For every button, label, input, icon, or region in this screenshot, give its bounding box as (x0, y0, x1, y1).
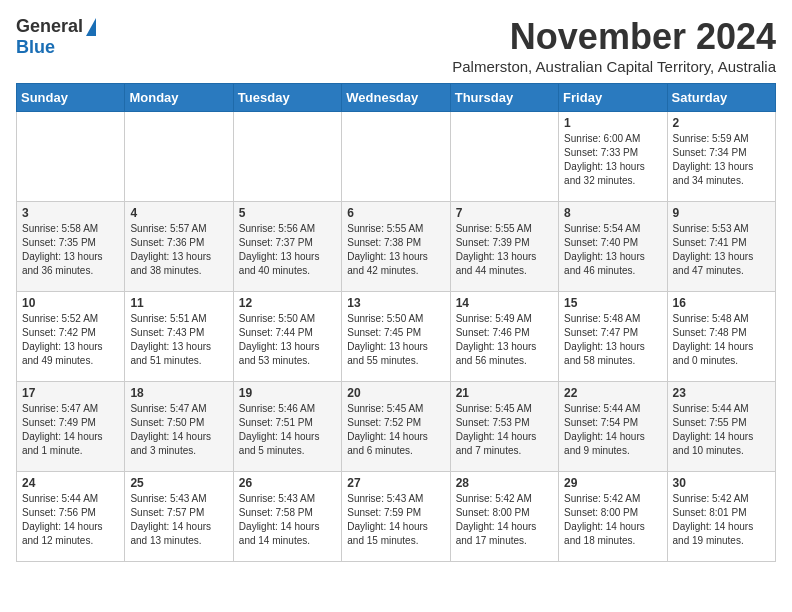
calendar-cell: 4Sunrise: 5:57 AM Sunset: 7:36 PM Daylig… (125, 202, 233, 292)
day-info: Sunrise: 5:42 AM Sunset: 8:00 PM Dayligh… (564, 492, 661, 548)
day-number: 27 (347, 476, 444, 490)
day-number: 16 (673, 296, 770, 310)
calendar-cell: 29Sunrise: 5:42 AM Sunset: 8:00 PM Dayli… (559, 472, 667, 562)
calendar-cell: 26Sunrise: 5:43 AM Sunset: 7:58 PM Dayli… (233, 472, 341, 562)
calendar-cell: 18Sunrise: 5:47 AM Sunset: 7:50 PM Dayli… (125, 382, 233, 472)
day-number: 12 (239, 296, 336, 310)
day-number: 20 (347, 386, 444, 400)
calendar-cell: 23Sunrise: 5:44 AM Sunset: 7:55 PM Dayli… (667, 382, 775, 472)
day-info: Sunrise: 5:43 AM Sunset: 7:58 PM Dayligh… (239, 492, 336, 548)
day-info: Sunrise: 5:44 AM Sunset: 7:54 PM Dayligh… (564, 402, 661, 458)
weekday-header-friday: Friday (559, 84, 667, 112)
day-number: 15 (564, 296, 661, 310)
day-number: 9 (673, 206, 770, 220)
weekday-header-monday: Monday (125, 84, 233, 112)
calendar-cell: 19Sunrise: 5:46 AM Sunset: 7:51 PM Dayli… (233, 382, 341, 472)
day-number: 30 (673, 476, 770, 490)
day-number: 21 (456, 386, 553, 400)
calendar-cell: 5Sunrise: 5:56 AM Sunset: 7:37 PM Daylig… (233, 202, 341, 292)
weekday-header-wednesday: Wednesday (342, 84, 450, 112)
calendar-cell (125, 112, 233, 202)
calendar-cell: 16Sunrise: 5:48 AM Sunset: 7:48 PM Dayli… (667, 292, 775, 382)
calendar-cell: 10Sunrise: 5:52 AM Sunset: 7:42 PM Dayli… (17, 292, 125, 382)
calendar-cell: 24Sunrise: 5:44 AM Sunset: 7:56 PM Dayli… (17, 472, 125, 562)
day-info: Sunrise: 5:43 AM Sunset: 7:57 PM Dayligh… (130, 492, 227, 548)
logo-blue-text: Blue (16, 37, 55, 58)
calendar-cell: 28Sunrise: 5:42 AM Sunset: 8:00 PM Dayli… (450, 472, 558, 562)
day-info: Sunrise: 5:45 AM Sunset: 7:53 PM Dayligh… (456, 402, 553, 458)
day-number: 7 (456, 206, 553, 220)
weekday-header-tuesday: Tuesday (233, 84, 341, 112)
day-number: 10 (22, 296, 119, 310)
page-header: General Blue November 2024 Palmerston, A… (16, 16, 776, 75)
day-number: 13 (347, 296, 444, 310)
day-info: Sunrise: 5:46 AM Sunset: 7:51 PM Dayligh… (239, 402, 336, 458)
weekday-header-row: SundayMondayTuesdayWednesdayThursdayFrid… (17, 84, 776, 112)
calendar-cell: 25Sunrise: 5:43 AM Sunset: 7:57 PM Dayli… (125, 472, 233, 562)
calendar-cell: 1Sunrise: 6:00 AM Sunset: 7:33 PM Daylig… (559, 112, 667, 202)
day-number: 11 (130, 296, 227, 310)
calendar-cell: 30Sunrise: 5:42 AM Sunset: 8:01 PM Dayli… (667, 472, 775, 562)
weekday-header-saturday: Saturday (667, 84, 775, 112)
day-number: 23 (673, 386, 770, 400)
day-number: 8 (564, 206, 661, 220)
day-info: Sunrise: 5:45 AM Sunset: 7:52 PM Dayligh… (347, 402, 444, 458)
day-info: Sunrise: 5:42 AM Sunset: 8:01 PM Dayligh… (673, 492, 770, 548)
day-number: 26 (239, 476, 336, 490)
day-number: 14 (456, 296, 553, 310)
calendar-cell: 3Sunrise: 5:58 AM Sunset: 7:35 PM Daylig… (17, 202, 125, 292)
day-number: 25 (130, 476, 227, 490)
calendar-cell (342, 112, 450, 202)
logo-general-text: General (16, 16, 83, 37)
day-number: 6 (347, 206, 444, 220)
calendar-cell: 8Sunrise: 5:54 AM Sunset: 7:40 PM Daylig… (559, 202, 667, 292)
day-info: Sunrise: 5:50 AM Sunset: 7:44 PM Dayligh… (239, 312, 336, 368)
day-number: 1 (564, 116, 661, 130)
day-info: Sunrise: 5:51 AM Sunset: 7:43 PM Dayligh… (130, 312, 227, 368)
calendar-cell: 22Sunrise: 5:44 AM Sunset: 7:54 PM Dayli… (559, 382, 667, 472)
day-info: Sunrise: 5:50 AM Sunset: 7:45 PM Dayligh… (347, 312, 444, 368)
day-info: Sunrise: 5:55 AM Sunset: 7:39 PM Dayligh… (456, 222, 553, 278)
calendar-cell: 11Sunrise: 5:51 AM Sunset: 7:43 PM Dayli… (125, 292, 233, 382)
day-info: Sunrise: 5:59 AM Sunset: 7:34 PM Dayligh… (673, 132, 770, 188)
calendar-week-row: 17Sunrise: 5:47 AM Sunset: 7:49 PM Dayli… (17, 382, 776, 472)
calendar-table: SundayMondayTuesdayWednesdayThursdayFrid… (16, 83, 776, 562)
day-number: 2 (673, 116, 770, 130)
logo: General Blue (16, 16, 96, 58)
calendar-week-row: 3Sunrise: 5:58 AM Sunset: 7:35 PM Daylig… (17, 202, 776, 292)
day-info: Sunrise: 5:48 AM Sunset: 7:48 PM Dayligh… (673, 312, 770, 368)
calendar-cell: 17Sunrise: 5:47 AM Sunset: 7:49 PM Dayli… (17, 382, 125, 472)
day-info: Sunrise: 6:00 AM Sunset: 7:33 PM Dayligh… (564, 132, 661, 188)
calendar-cell: 14Sunrise: 5:49 AM Sunset: 7:46 PM Dayli… (450, 292, 558, 382)
calendar-cell: 6Sunrise: 5:55 AM Sunset: 7:38 PM Daylig… (342, 202, 450, 292)
day-info: Sunrise: 5:47 AM Sunset: 7:49 PM Dayligh… (22, 402, 119, 458)
logo-triangle-icon (86, 18, 96, 36)
day-number: 24 (22, 476, 119, 490)
day-number: 3 (22, 206, 119, 220)
calendar-week-row: 1Sunrise: 6:00 AM Sunset: 7:33 PM Daylig… (17, 112, 776, 202)
day-info: Sunrise: 5:48 AM Sunset: 7:47 PM Dayligh… (564, 312, 661, 368)
calendar-cell (17, 112, 125, 202)
calendar-cell: 20Sunrise: 5:45 AM Sunset: 7:52 PM Dayli… (342, 382, 450, 472)
day-info: Sunrise: 5:47 AM Sunset: 7:50 PM Dayligh… (130, 402, 227, 458)
calendar-week-row: 24Sunrise: 5:44 AM Sunset: 7:56 PM Dayli… (17, 472, 776, 562)
calendar-cell: 12Sunrise: 5:50 AM Sunset: 7:44 PM Dayli… (233, 292, 341, 382)
day-number: 28 (456, 476, 553, 490)
day-info: Sunrise: 5:58 AM Sunset: 7:35 PM Dayligh… (22, 222, 119, 278)
location-subtitle: Palmerston, Australian Capital Territory… (452, 58, 776, 75)
calendar-week-row: 10Sunrise: 5:52 AM Sunset: 7:42 PM Dayli… (17, 292, 776, 382)
day-number: 18 (130, 386, 227, 400)
day-info: Sunrise: 5:52 AM Sunset: 7:42 PM Dayligh… (22, 312, 119, 368)
calendar-cell (450, 112, 558, 202)
day-number: 29 (564, 476, 661, 490)
day-info: Sunrise: 5:44 AM Sunset: 7:56 PM Dayligh… (22, 492, 119, 548)
weekday-header-sunday: Sunday (17, 84, 125, 112)
day-info: Sunrise: 5:57 AM Sunset: 7:36 PM Dayligh… (130, 222, 227, 278)
day-number: 19 (239, 386, 336, 400)
day-number: 5 (239, 206, 336, 220)
month-title: November 2024 (452, 16, 776, 58)
day-info: Sunrise: 5:53 AM Sunset: 7:41 PM Dayligh… (673, 222, 770, 278)
calendar-cell (233, 112, 341, 202)
calendar-cell: 9Sunrise: 5:53 AM Sunset: 7:41 PM Daylig… (667, 202, 775, 292)
day-info: Sunrise: 5:49 AM Sunset: 7:46 PM Dayligh… (456, 312, 553, 368)
